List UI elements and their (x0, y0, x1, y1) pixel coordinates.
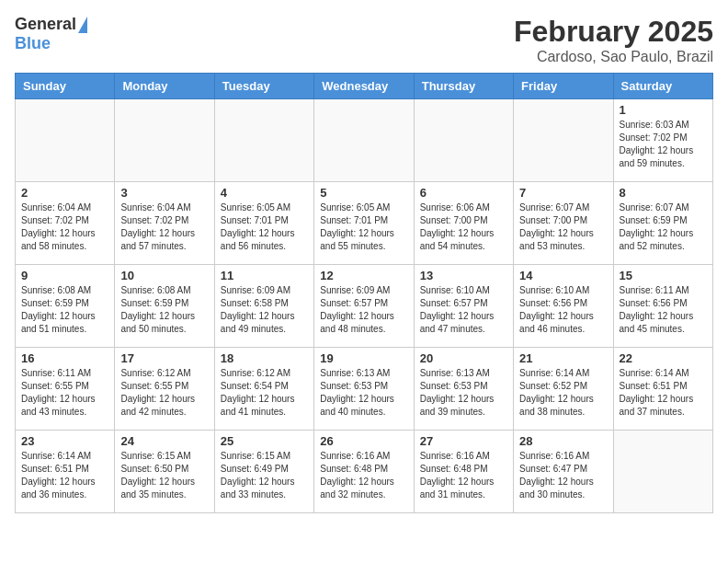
day-info: Sunrise: 6:09 AM Sunset: 6:58 PM Dayligh… (221, 284, 308, 336)
day-number: 22 (620, 351, 707, 365)
day-number: 16 (21, 351, 108, 365)
day-info: Sunrise: 6:14 AM Sunset: 6:51 PM Dayligh… (620, 367, 707, 419)
day-info: Sunrise: 6:15 AM Sunset: 6:50 PM Dayligh… (120, 450, 208, 501)
calendar-cell: 23Sunrise: 6:14 AM Sunset: 6:51 PM Dayli… (16, 431, 115, 513)
logo-blue-text: Blue (15, 34, 51, 53)
day-info: Sunrise: 6:04 AM Sunset: 7:02 PM Dayligh… (120, 201, 208, 253)
weekday-header-monday: Monday (115, 74, 214, 99)
day-number: 9 (21, 269, 108, 282)
day-number: 6 (420, 186, 507, 200)
day-number: 21 (519, 351, 607, 365)
week-row-1: 1Sunrise: 6:03 AM Sunset: 7:02 PM Daylig… (16, 99, 713, 182)
calendar-cell: 22Sunrise: 6:14 AM Sunset: 6:51 PM Dayli… (613, 348, 712, 431)
day-info: Sunrise: 6:10 AM Sunset: 6:56 PM Dayligh… (519, 284, 607, 336)
calendar-cell: 2Sunrise: 6:04 AM Sunset: 7:02 PM Daylig… (16, 182, 115, 265)
day-number: 24 (120, 434, 208, 448)
day-number: 4 (221, 186, 308, 200)
calendar-cell: 28Sunrise: 6:16 AM Sunset: 6:47 PM Dayli… (514, 431, 613, 513)
calendar-cell: 19Sunrise: 6:13 AM Sunset: 6:53 PM Dayli… (314, 348, 414, 431)
page-header: General Blue February 2025 Cardoso, Sao … (15, 15, 713, 65)
weekday-header-sunday: Sunday (16, 74, 115, 99)
calendar-cell (115, 99, 214, 182)
calendar-cell: 21Sunrise: 6:14 AM Sunset: 6:52 PM Dayli… (514, 348, 613, 431)
calendar-cell: 3Sunrise: 6:04 AM Sunset: 7:02 PM Daylig… (115, 182, 214, 265)
day-info: Sunrise: 6:08 AM Sunset: 6:59 PM Dayligh… (120, 284, 208, 336)
day-info: Sunrise: 6:05 AM Sunset: 7:01 PM Dayligh… (320, 201, 407, 253)
day-info: Sunrise: 6:15 AM Sunset: 6:49 PM Dayligh… (221, 450, 308, 501)
calendar-cell (314, 99, 414, 182)
day-info: Sunrise: 6:16 AM Sunset: 6:48 PM Dayligh… (320, 450, 407, 501)
day-number: 13 (420, 269, 507, 282)
calendar-cell: 15Sunrise: 6:11 AM Sunset: 6:56 PM Dayli… (613, 265, 712, 348)
weekday-header-friday: Friday (514, 74, 613, 99)
day-number: 19 (320, 351, 407, 365)
calendar-table: SundayMondayTuesdayWednesdayThursdayFrid… (15, 73, 713, 513)
day-info: Sunrise: 6:08 AM Sunset: 6:59 PM Dayligh… (21, 284, 108, 336)
day-info: Sunrise: 6:14 AM Sunset: 6:52 PM Dayligh… (519, 367, 607, 419)
day-info: Sunrise: 6:06 AM Sunset: 7:00 PM Dayligh… (420, 201, 507, 253)
calendar-cell: 5Sunrise: 6:05 AM Sunset: 7:01 PM Daylig… (314, 182, 414, 265)
calendar-cell: 11Sunrise: 6:09 AM Sunset: 6:58 PM Dayli… (214, 265, 313, 348)
weekday-header-saturday: Saturday (613, 74, 712, 99)
day-number: 11 (221, 269, 308, 282)
calendar-cell (414, 99, 513, 182)
day-number: 1 (620, 103, 707, 117)
calendar-cell: 6Sunrise: 6:06 AM Sunset: 7:00 PM Daylig… (414, 182, 513, 265)
calendar-cell: 10Sunrise: 6:08 AM Sunset: 6:59 PM Dayli… (115, 265, 214, 348)
day-number: 23 (21, 434, 108, 448)
day-number: 18 (221, 351, 308, 365)
day-number: 2 (21, 186, 108, 200)
calendar-cell (514, 99, 613, 182)
weekday-header-wednesday: Wednesday (314, 74, 414, 99)
logo-general-text: General (15, 15, 76, 34)
day-number: 20 (420, 351, 507, 365)
calendar-cell: 4Sunrise: 6:05 AM Sunset: 7:01 PM Daylig… (214, 182, 313, 265)
calendar-cell: 7Sunrise: 6:07 AM Sunset: 7:00 PM Daylig… (514, 182, 613, 265)
day-info: Sunrise: 6:11 AM Sunset: 6:55 PM Dayligh… (21, 367, 108, 419)
day-info: Sunrise: 6:05 AM Sunset: 7:01 PM Dayligh… (221, 201, 308, 253)
calendar-cell: 24Sunrise: 6:15 AM Sunset: 6:50 PM Dayli… (115, 431, 214, 513)
calendar-cell: 13Sunrise: 6:10 AM Sunset: 6:57 PM Dayli… (414, 265, 513, 348)
calendar-cell: 26Sunrise: 6:16 AM Sunset: 6:48 PM Dayli… (314, 431, 414, 513)
day-number: 25 (221, 434, 308, 448)
week-row-3: 9Sunrise: 6:08 AM Sunset: 6:59 PM Daylig… (16, 265, 713, 348)
day-number: 5 (320, 186, 407, 200)
day-info: Sunrise: 6:03 AM Sunset: 7:02 PM Dayligh… (620, 119, 707, 170)
day-info: Sunrise: 6:14 AM Sunset: 6:51 PM Dayligh… (21, 450, 108, 501)
calendar-cell: 20Sunrise: 6:13 AM Sunset: 6:53 PM Dayli… (414, 348, 513, 431)
calendar-cell: 18Sunrise: 6:12 AM Sunset: 6:54 PM Dayli… (214, 348, 313, 431)
week-row-4: 16Sunrise: 6:11 AM Sunset: 6:55 PM Dayli… (16, 348, 713, 431)
calendar-subtitle: Cardoso, Sao Paulo, Brazil (514, 49, 713, 65)
logo-triangle-icon (78, 17, 87, 33)
day-number: 28 (519, 434, 607, 448)
calendar-cell: 12Sunrise: 6:09 AM Sunset: 6:57 PM Dayli… (314, 265, 414, 348)
calendar-cell (613, 431, 712, 513)
calendar-cell: 14Sunrise: 6:10 AM Sunset: 6:56 PM Dayli… (514, 265, 613, 348)
day-number: 10 (120, 269, 208, 282)
day-number: 27 (420, 434, 507, 448)
calendar-cell: 1Sunrise: 6:03 AM Sunset: 7:02 PM Daylig… (613, 99, 712, 182)
day-info: Sunrise: 6:16 AM Sunset: 6:47 PM Dayligh… (519, 450, 607, 501)
day-info: Sunrise: 6:04 AM Sunset: 7:02 PM Dayligh… (21, 201, 108, 253)
weekday-header-row: SundayMondayTuesdayWednesdayThursdayFrid… (16, 74, 713, 99)
calendar-cell: 8Sunrise: 6:07 AM Sunset: 6:59 PM Daylig… (613, 182, 712, 265)
day-info: Sunrise: 6:09 AM Sunset: 6:57 PM Dayligh… (320, 284, 407, 336)
calendar-title: February 2025 (514, 15, 713, 49)
calendar-cell: 16Sunrise: 6:11 AM Sunset: 6:55 PM Dayli… (16, 348, 115, 431)
title-block: February 2025 Cardoso, Sao Paulo, Brazil (514, 15, 713, 65)
day-number: 8 (620, 186, 707, 200)
day-info: Sunrise: 6:07 AM Sunset: 6:59 PM Dayligh… (620, 201, 707, 253)
day-number: 3 (120, 186, 208, 200)
day-number: 14 (519, 269, 607, 282)
day-info: Sunrise: 6:13 AM Sunset: 6:53 PM Dayligh… (420, 367, 507, 419)
day-info: Sunrise: 6:12 AM Sunset: 6:54 PM Dayligh… (221, 367, 308, 419)
calendar-cell: 27Sunrise: 6:16 AM Sunset: 6:48 PM Dayli… (414, 431, 513, 513)
day-info: Sunrise: 6:13 AM Sunset: 6:53 PM Dayligh… (320, 367, 407, 419)
calendar-cell: 17Sunrise: 6:12 AM Sunset: 6:55 PM Dayli… (115, 348, 214, 431)
weekday-header-thursday: Thursday (414, 74, 513, 99)
day-info: Sunrise: 6:07 AM Sunset: 7:00 PM Dayligh… (519, 201, 607, 253)
day-number: 15 (620, 269, 707, 282)
day-number: 12 (320, 269, 407, 282)
day-info: Sunrise: 6:16 AM Sunset: 6:48 PM Dayligh… (420, 450, 507, 501)
day-info: Sunrise: 6:11 AM Sunset: 6:56 PM Dayligh… (620, 284, 707, 336)
